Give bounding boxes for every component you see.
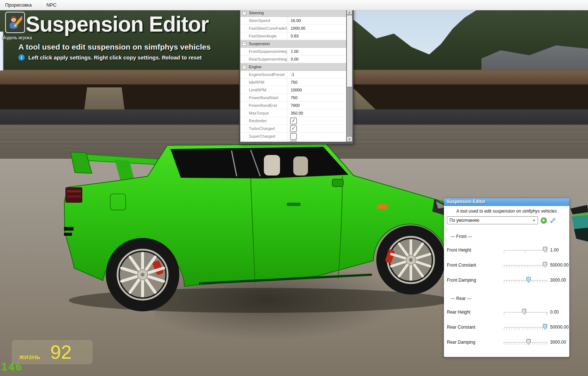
slider-row: Front Height 1.00 xyxy=(444,246,569,254)
slider-value: 50000.00 xyxy=(550,325,569,330)
collapse-icon[interactable]: − xyxy=(242,42,246,46)
property-row[interactable]: BackFire ✓ xyxy=(240,140,346,142)
property-row[interactable]: FastSteerConeFadeSp... 1000.00 xyxy=(240,25,346,32)
slider-ticks xyxy=(504,281,547,283)
page-title: Suspension Editor xyxy=(26,13,209,35)
collapse-icon[interactable]: − xyxy=(242,11,246,15)
property-row[interactable]: TurboCharged ✓ xyxy=(240,125,346,133)
property-row[interactable]: FrontSuspensionHeight 1.00 xyxy=(240,48,346,55)
corner-counter: 146 xyxy=(1,361,22,373)
slider-ticks xyxy=(504,328,547,330)
property-value[interactable]: 1.00 xyxy=(287,49,298,54)
property-name: EngineSoundPreset xyxy=(240,71,287,78)
property-row[interactable]: SteerSpeed 16.00 xyxy=(240,17,346,25)
section-label: Suspension xyxy=(249,41,270,46)
property-value[interactable]: 350.00 xyxy=(287,111,303,115)
checkbox[interactable]: ✓ xyxy=(290,133,297,140)
slider-label: Front Height xyxy=(447,247,471,253)
property-row[interactable]: IdleRPM 750 xyxy=(240,79,346,86)
slider-value: 3000.00 xyxy=(550,278,569,283)
slider[interactable] xyxy=(504,265,547,265)
property-row[interactable]: Revlimiter ✓ xyxy=(240,117,346,125)
info-text: Left click apply settings. Right click c… xyxy=(28,54,202,61)
slider[interactable] xyxy=(504,250,547,250)
scroll-down-icon[interactable]: ▼ xyxy=(347,136,352,142)
property-row[interactable]: FastSteerAngle 0.83 xyxy=(240,32,346,40)
preset-row: По умолчанию ▼ + xyxy=(447,216,556,224)
slider-label: Rear Constant xyxy=(447,325,475,330)
property-name: FastSteerAngle xyxy=(240,32,287,40)
slider-value: 1.00 xyxy=(550,247,569,253)
property-row[interactable]: PowerBandStart 750 xyxy=(240,94,346,102)
section-label: Steering xyxy=(249,11,264,15)
property-name: SteerSpeed xyxy=(240,17,287,24)
wrench-icon[interactable] xyxy=(549,217,556,224)
section-header-suspension[interactable]: − Suspension xyxy=(240,40,346,48)
checkbox[interactable]: ✓ xyxy=(290,118,297,124)
property-name: FrontSuspensionHeight xyxy=(240,48,287,55)
property-value[interactable]: 1000.00 xyxy=(287,26,305,30)
property-name: Revlimiter xyxy=(240,117,287,124)
property-value[interactable]: 10000 xyxy=(287,88,302,92)
panel-subtitle: A tool used to edit suspension on simfph… xyxy=(444,209,569,214)
property-value[interactable]: 750 xyxy=(287,80,297,84)
property-value[interactable]: 0.00 xyxy=(287,57,298,61)
check-icon: ✓ xyxy=(291,119,295,123)
slider-row: Front Damping 3000.00 xyxy=(444,276,569,284)
health-panel: ЖИЗНЬ 92 xyxy=(12,340,93,364)
suspension-editor-panel: Suspension Editor A tool used to edit su… xyxy=(444,198,569,357)
slider-label: Rear Damping xyxy=(447,340,475,345)
property-value[interactable]: 7900 xyxy=(287,103,300,108)
slider-row: Front Constant 50000.00 xyxy=(444,261,569,269)
menu-item-render[interactable]: Прорисовка xyxy=(5,2,32,8)
slider-ticks xyxy=(504,343,547,345)
slider[interactable] xyxy=(504,327,547,328)
property-name: IdleRPM xyxy=(240,79,287,86)
slider-ticks xyxy=(504,251,547,253)
slider[interactable] xyxy=(504,312,547,312)
panel-title[interactable]: Suspension Editor xyxy=(444,198,569,206)
info-icon: i xyxy=(18,54,25,61)
property-row[interactable]: EngineSoundPreset -1 xyxy=(240,71,346,79)
add-preset-button[interactable]: + xyxy=(541,217,547,224)
slider-row: Rear Constant 50000.00 xyxy=(444,323,569,331)
property-row[interactable]: PowerBandEnd 7900 xyxy=(240,102,346,109)
property-row[interactable]: LimitRPM 10000 xyxy=(240,86,346,94)
preset-dropdown[interactable]: По умолчанию ▼ xyxy=(447,216,538,224)
wrecked-vehicle xyxy=(570,204,588,245)
collapse-icon[interactable]: − xyxy=(242,65,246,69)
property-row[interactable]: RearSuspensionHeight 0.00 xyxy=(240,55,346,63)
section-header-engine[interactable]: − Engine xyxy=(240,63,346,71)
property-grid: − Steering SteerSpeed 16.00 FastSteerCon… xyxy=(240,9,346,142)
property-name: RearSuspensionHeight xyxy=(240,55,287,63)
property-value[interactable]: 750 xyxy=(287,95,297,100)
property-value[interactable]: 0.83 xyxy=(287,34,298,38)
entity-properties-window: Entity [310][gmod_sent_vehicle_fphysics_… xyxy=(239,1,354,144)
property-name: FastSteerConeFadeSp... xyxy=(240,25,287,32)
slider-row: Rear Damping 3000.00 xyxy=(444,339,569,346)
slider-value: 50000.00 xyxy=(550,263,569,268)
property-value[interactable]: -1 xyxy=(287,72,294,77)
health-value: 92 xyxy=(50,341,72,363)
property-name: PowerBandStart xyxy=(240,94,287,101)
checkbox[interactable]: ✓ xyxy=(290,125,297,132)
slider[interactable] xyxy=(504,280,547,281)
property-name: LimitRPM xyxy=(240,86,287,94)
checkbox[interactable]: ✓ xyxy=(290,141,297,142)
property-row[interactable]: MaxTorque 350.00 xyxy=(240,109,346,117)
property-name: SuperCharged xyxy=(240,133,287,140)
menu-item-npc[interactable]: NPC xyxy=(46,2,56,8)
property-name: BackFire xyxy=(240,140,287,142)
chevron-down-icon: ▼ xyxy=(533,219,535,222)
section-header-steering[interactable]: − Steering xyxy=(240,9,346,17)
property-value[interactable]: 16.00 xyxy=(287,18,301,23)
scrollbar[interactable]: ▲ ▼ xyxy=(347,9,352,142)
property-row[interactable]: SuperCharged ✓ xyxy=(240,133,346,140)
scrollbar-thumb[interactable] xyxy=(347,15,352,87)
player-model-icon xyxy=(8,15,22,30)
slider-value: 3000.00 xyxy=(550,340,569,345)
slider[interactable] xyxy=(504,342,547,343)
green-car xyxy=(60,140,456,316)
preset-dropdown-value: По умолчанию xyxy=(449,218,479,223)
player-model-button[interactable] xyxy=(5,12,25,33)
